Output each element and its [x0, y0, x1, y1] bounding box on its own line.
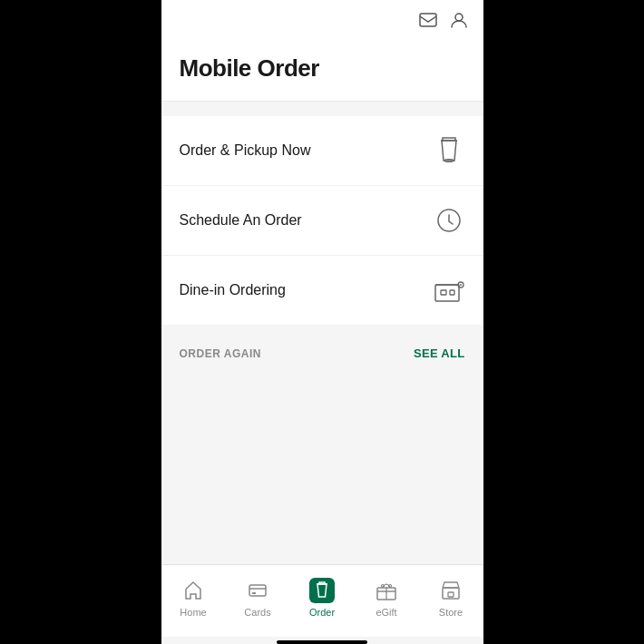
mail-icon[interactable]: [418, 10, 438, 30]
status-bar: [161, 0, 483, 40]
pickup-label: Order & Pickup Now: [180, 142, 311, 159]
home-indicator: [277, 640, 367, 644]
svg-rect-0: [420, 14, 436, 26]
svg-rect-15: [448, 592, 454, 597]
home-label: Home: [180, 607, 206, 618]
page-header: Mobile Order: [161, 40, 483, 102]
schedule-option[interactable]: Schedule An Order: [161, 186, 483, 256]
svg-rect-9: [249, 585, 266, 596]
divider: [161, 102, 483, 105]
svg-rect-10: [252, 592, 256, 594]
schedule-label: Schedule An Order: [180, 212, 302, 229]
cup-icon: [433, 134, 465, 167]
svg-point-8: [460, 284, 462, 286]
order-again-content: [161, 367, 483, 458]
dinein-label: Dine-in Ordering: [180, 282, 286, 298]
bottom-nav: Home Cards Order: [161, 564, 483, 637]
cards-label: Cards: [244, 607, 270, 618]
svg-rect-5: [441, 290, 446, 295]
svg-point-1: [455, 14, 463, 21]
content-area: Mobile Order Order & Pickup Now S: [161, 40, 483, 564]
pickup-option[interactable]: Order & Pickup Now: [161, 116, 483, 186]
cards-icon: [245, 578, 270, 603]
options-list: Order & Pickup Now Schedule An Order: [161, 116, 483, 325]
store-nav-icon: [438, 578, 463, 603]
page-title: Mobile Order: [180, 54, 465, 83]
order-again-header: ORDER AGAIN SEE ALL: [161, 336, 483, 367]
egift-icon: [374, 578, 399, 603]
order-label: Order: [309, 607, 335, 618]
store-label: Store: [439, 607, 463, 618]
dinein-option[interactable]: Dine-in Ordering: [161, 256, 483, 325]
nav-store[interactable]: Store: [419, 565, 483, 637]
order-icon: [309, 578, 335, 603]
svg-rect-6: [450, 290, 454, 295]
svg-rect-4: [435, 285, 459, 301]
clock-icon: [433, 204, 465, 237]
order-again-title: ORDER AGAIN: [180, 347, 261, 360]
user-icon[interactable]: [449, 10, 469, 30]
store-icon: [433, 274, 465, 307]
nav-egift[interactable]: eGift: [355, 565, 419, 637]
phone-frame: Mobile Order Order & Pickup Now S: [161, 0, 483, 644]
nav-cards[interactable]: Cards: [226, 565, 290, 637]
nav-order[interactable]: Order: [290, 565, 355, 637]
nav-home[interactable]: Home: [161, 565, 226, 637]
see-all-button[interactable]: SEE ALL: [414, 346, 465, 360]
home-icon: [181, 578, 206, 603]
egift-label: eGift: [376, 607, 396, 618]
